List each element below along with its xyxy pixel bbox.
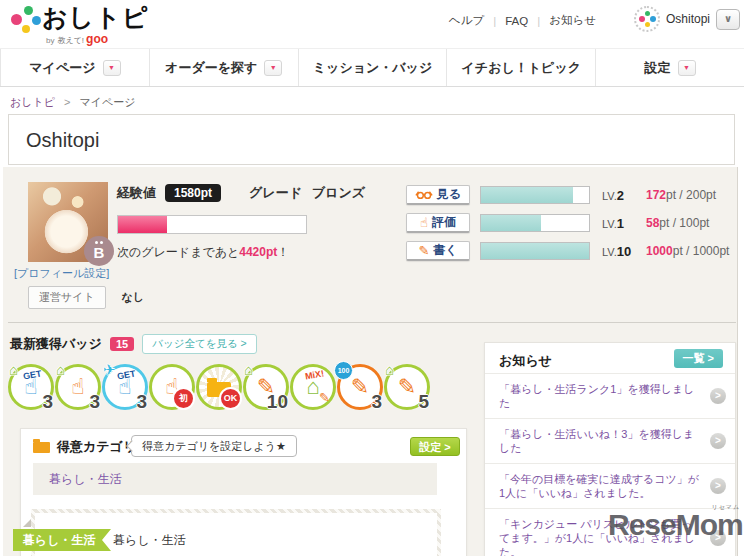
user-dropdown-button[interactable]: ∨ — [716, 9, 740, 30]
breadcrumb-separator: > — [64, 96, 70, 108]
write-button[interactable]: ✎ 書く — [406, 241, 470, 261]
badge-count: 10 — [267, 391, 288, 413]
view-points: 172pt / 200pt — [646, 188, 716, 202]
next-grade-value: 4420pt — [239, 245, 277, 259]
user-menu[interactable]: Oshitopi ∨ — [634, 6, 740, 32]
badge-count: 3 — [136, 391, 147, 413]
rate-points: 58pt / 100pt — [646, 216, 709, 230]
nav-item-3[interactable]: ミッション・バッジ — [298, 49, 447, 86]
header-link-2[interactable]: FAQ — [505, 15, 528, 27]
badge-count: 3 — [89, 391, 100, 413]
nav-item-label: オーダーを探す — [165, 59, 257, 77]
header-link-1[interactable]: ヘルプ — [449, 13, 484, 28]
house-icon: ⌂ — [9, 361, 18, 378]
grade-value: ブロンズ — [312, 184, 365, 202]
badge-like-get-home[interactable]: ☝GET⌂3 — [8, 364, 54, 410]
logo-text: おしトピ by教えて!goo — [42, 3, 148, 46]
badge-folder-ok[interactable]: OK — [196, 364, 242, 410]
thumb-icon: ☝ — [420, 216, 428, 229]
next-grade-prefix: 次のグレードまであと — [117, 245, 239, 259]
badge-count: 5 — [418, 391, 429, 413]
exp-label: 経験値 — [117, 184, 156, 202]
rate-button[interactable]: ☝ 評価 — [406, 213, 470, 233]
chevron-right-icon[interactable]: > — [710, 478, 726, 494]
view-button[interactable]: 見る — [406, 185, 470, 205]
main-nav: マイページ▼オーダーを探す▼ミッション・バッジイチおし！トピック設定▼ — [0, 48, 744, 87]
badge-write-100[interactable]: ✎1003 — [337, 364, 383, 410]
nav-item-5[interactable]: 設定▼ — [595, 49, 744, 86]
header-link-separator: | — [493, 15, 496, 27]
site-header: おしトピ by教えて!goo ヘルプ|FAQ|お知らせ Oshitopi ∨ — [0, 0, 744, 48]
logo-brand: 教えて! — [57, 36, 84, 45]
stat-row-write: ✎ 書く LV.10 1000pt / 1000pt — [406, 240, 738, 262]
operated-site-row: 運営サイト なし — [28, 286, 144, 309]
category-settings-button[interactable]: 設定 > — [410, 437, 460, 456]
news-title: お知らせ — [499, 352, 552, 370]
view-level: LV.2 — [602, 188, 646, 203]
nav-item-2[interactable]: オーダーを探す▼ — [149, 49, 298, 86]
nav-item-label: ミッション・バッジ — [313, 59, 432, 77]
news-link[interactable]: 「今年の目標を確実に達成するコツ」が1人に「いいね」されました。 — [499, 473, 699, 499]
news-link[interactable]: 「暮らし・生活ランク1」を獲得しました — [499, 383, 694, 409]
write-progress-fill — [481, 243, 589, 259]
category-link[interactable]: 暮らし・生活 — [49, 471, 122, 488]
grade-label: グレード — [249, 184, 302, 202]
breadcrumb-home[interactable]: おしトピ — [10, 96, 55, 108]
stat-row-view: 見る LV.2 172pt / 200pt — [406, 184, 738, 206]
category-detail-label: 暮らし・生活 — [113, 532, 186, 549]
badge-count: 3 — [371, 391, 382, 413]
badge-first-post[interactable]: ☝✎初 — [149, 364, 195, 410]
badges-count-badge: 15 — [110, 337, 134, 351]
nav-dropdown-icon[interactable]: ▼ — [678, 60, 696, 76]
rate-level: LV.1 — [602, 216, 646, 231]
user-name: Oshitopi — [666, 12, 710, 26]
oshitopi-mypage: おしトピ by教えて!goo ヘルプ|FAQ|お知らせ Oshitopi ∨ マ… — [0, 0, 744, 556]
news-header: お知らせ 一覧 > — [485, 343, 735, 373]
site-value: なし — [122, 290, 145, 305]
news-item-1[interactable]: 「暮らし・生活ランク1」を獲得しました> — [485, 373, 735, 418]
logo-byline: by教えて!goo — [46, 32, 148, 46]
experience-row: 経験値 1580pt グレード ブロンズ — [117, 184, 365, 202]
exp-progress-bar — [117, 215, 307, 234]
logo-by-word: by — [46, 36, 54, 45]
exp-progress-fill — [118, 216, 167, 233]
nav-dropdown-icon[interactable]: ▼ — [103, 60, 121, 76]
badge-like-get-travel[interactable]: ☝GET✈3 — [102, 364, 148, 410]
nav-item-label: イチおし！トピック — [462, 59, 581, 77]
view-all-badges-button[interactable]: バッジ全てを見る > — [142, 334, 257, 354]
nav-dropdown-icon[interactable]: ▼ — [264, 60, 282, 76]
plane-icon: ✈ — [103, 361, 116, 379]
nav-item-1[interactable]: マイページ▼ — [0, 49, 149, 86]
logo-title: おしトピ — [42, 3, 148, 31]
badge-sub-label: OK — [219, 387, 242, 410]
news-item-2[interactable]: 「暮らし・生活いいね！3」を獲得しました> — [485, 418, 735, 463]
badges-header: 最新獲得バッジ 15 バッジ全てを見る > — [10, 334, 257, 354]
view-progress-bar — [480, 186, 590, 204]
oshitopi-logo-icon — [8, 3, 42, 39]
header-link-3[interactable]: お知らせ — [549, 13, 596, 28]
chevron-right-icon[interactable]: > — [710, 388, 726, 404]
watermark-text: ReseMom. — [608, 508, 744, 542]
nav-item-4[interactable]: イチおし！トピック — [446, 49, 595, 86]
badge-count: 3 — [42, 391, 53, 413]
profile-avatar[interactable]: B — [28, 182, 108, 262]
write-progress-bar — [480, 242, 590, 260]
breadcrumb-current: マイページ — [80, 96, 136, 108]
chevron-right-icon[interactable]: > — [710, 433, 726, 449]
category-list-box: 暮らし・生活 — [33, 463, 437, 495]
nav-item-label: 設定 — [645, 59, 671, 77]
house-icon: ⌂ — [244, 361, 253, 378]
profile-settings-link[interactable]: [プロフィール設定] — [14, 266, 109, 281]
badge-mix-home-write[interactable]: ⌂MiX!✎ — [290, 364, 336, 410]
write-points: 1000pt / 1000pt — [646, 244, 729, 258]
badge-write-home-5[interactable]: ✎⌂5 — [384, 364, 430, 410]
rate-progress-fill — [481, 215, 541, 231]
grade-letter: B — [84, 245, 114, 260]
badge-like-home[interactable]: ☝⌂3 — [55, 364, 101, 410]
news-list-button[interactable]: 一覧 > — [674, 349, 723, 368]
news-item-3[interactable]: 「今年の目標を確実に達成するコツ」が1人に「いいね」されました。> — [485, 463, 735, 508]
badge-write-home-10[interactable]: ✎⌂10 — [243, 364, 289, 410]
goo-logo: goo — [86, 32, 108, 46]
site-logo[interactable]: おしトピ by教えて!goo — [8, 3, 148, 46]
news-link[interactable]: 「暮らし・生活いいね！3」を獲得しました — [499, 428, 694, 454]
